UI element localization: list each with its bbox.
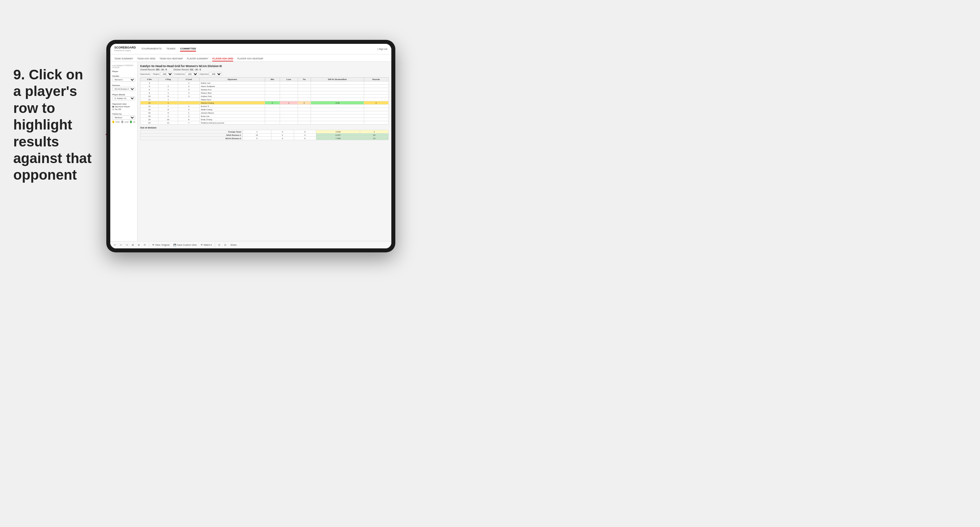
toolbar-share[interactable]: Share	[229, 243, 237, 246]
table-cell: 1	[159, 98, 178, 101]
subnav-team-h2h-grid[interactable]: TEAM H2H GRID	[137, 56, 156, 62]
division-select[interactable]: NCAA Division III	[112, 87, 135, 91]
table-cell	[280, 91, 298, 95]
table-row[interactable]: 1063Andrea York	[140, 95, 389, 98]
nav-tournaments[interactable]: TOURNAMENTS	[141, 46, 162, 51]
toolbar-zoom-out[interactable]: ⊡	[217, 243, 221, 247]
toolbar-watch[interactable]: 👁 Watch ▾	[200, 243, 213, 247]
table-cell	[364, 118, 388, 121]
out-num-cell: 0	[271, 133, 294, 137]
toolbar-undo2[interactable]: ↩	[119, 243, 123, 247]
table-cell	[280, 111, 298, 114]
table-cell: 3	[178, 88, 200, 91]
last-updated: Last Updated: 27/03/2024 16:55:28	[112, 64, 135, 68]
opponent-filter-group: Opponent (All)	[200, 72, 222, 76]
toolbar-undo[interactable]: ↩	[113, 243, 117, 247]
colour-by-select[interactable]: Win/loss	[112, 116, 135, 119]
radio-dot-selected	[112, 106, 114, 108]
region-select[interactable]: (All)	[160, 72, 173, 76]
nav-committee[interactable]: COMMITTEE	[180, 46, 196, 51]
table-row[interactable]: 131Jessica Huang010-3.002	[140, 101, 389, 105]
radio-opponents-played[interactable]: Opponents Played	[112, 106, 135, 108]
table-cell	[310, 91, 364, 95]
table-row[interactable]: 522Alexis Sudjianto	[140, 85, 389, 88]
table-cell	[364, 95, 388, 98]
conference-select[interactable]: (All)	[185, 72, 198, 76]
table-cell	[310, 121, 364, 125]
out-table-row: NAIA Division 115009.26730	[140, 133, 389, 137]
table-row[interactable]: 914Sharon Mun	[140, 91, 389, 95]
table-cell	[364, 111, 388, 114]
table-row[interactable]: 131Haejo Hyun	[140, 98, 389, 101]
subnav-player-h2h-grid[interactable]: PLAYER H2H GRID	[212, 56, 233, 62]
nav-teams[interactable]: TEAMS	[166, 46, 176, 51]
table-row[interactable]: 1822Euna Lee	[140, 114, 389, 118]
subnav-team-h2h-heatmap[interactable]: TEAM H2H HEATMAP	[159, 56, 183, 62]
sidebar-gender-label: Gender	[112, 75, 135, 77]
table-cell	[280, 88, 298, 91]
toolbar-zoom-in[interactable]: ⊡	[223, 243, 227, 247]
table-cell: 13	[140, 101, 159, 105]
sidebar-division-label: Division	[112, 84, 135, 86]
toolbar-add[interactable]: ⊕	[137, 243, 141, 247]
main-content: Last Updated: 27/03/2024 16:55:28 Player…	[110, 62, 391, 248]
subnav-player-h2h-heatmap[interactable]: PLAYER H2H HEATMAP	[237, 56, 263, 62]
toolbar-view-original[interactable]: 👁 View: Original	[151, 243, 170, 246]
table-row[interactable]: 31Esther Lee	[140, 81, 389, 85]
table-cell	[298, 88, 310, 91]
table-cell	[310, 98, 364, 101]
right-content: Katelyn Vo Head-to-Head Grid for Women's…	[138, 62, 391, 248]
out-num-cell: 0	[271, 137, 294, 140]
out-rounds-cell: 10	[360, 137, 388, 140]
nav-bar: SCOREBOARD Powered by clippd TOURNAMENTS…	[110, 44, 391, 54]
table-cell: 6	[140, 88, 159, 91]
out-label-cell: NAIA Division 1	[140, 133, 243, 137]
toolbar-save-custom-view[interactable]: 💾 Save Custom View	[172, 243, 198, 247]
table-row[interactable]: 1585Stella Chang	[140, 108, 389, 111]
grid-title: Katelyn Vo Head-to-Head Grid for Women's…	[140, 64, 389, 68]
table-cell	[298, 95, 310, 98]
sign-out-button[interactable]: | Sign out	[378, 48, 387, 50]
table-cell	[298, 111, 310, 114]
toolbar-grid[interactable]: ⊞	[131, 243, 135, 247]
table-cell	[298, 85, 310, 88]
radio-top100[interactable]: Top 100	[112, 108, 135, 110]
logo: SCOREBOARD Powered by clippd	[114, 46, 136, 51]
subnav-team-summary[interactable]: TEAM SUMMARY	[114, 56, 133, 62]
tablet-screen: SCOREBOARD Powered by clippd TOURNAMENTS…	[110, 44, 391, 248]
table-cell: 2	[178, 85, 200, 88]
toolbar-refresh[interactable]: ⟳	[143, 243, 147, 247]
table-cell: Jessica Huang	[200, 101, 265, 105]
toolbar-redo[interactable]: ↪	[125, 243, 129, 247]
table-row[interactable]: 20117Federica Domecq Lacroze	[140, 121, 389, 125]
table-row[interactable]: 1474Eunice Yi	[140, 105, 389, 108]
table-cell: 4	[178, 91, 200, 95]
table-row[interactable]: 19106Emily Chang	[140, 118, 389, 121]
table-cell	[364, 91, 388, 95]
table-cell	[310, 81, 364, 85]
table-cell	[280, 85, 298, 88]
sidebar-player-rank-label: Player (Rank)	[112, 94, 135, 96]
table-row[interactable]: 613Sydney Kuo	[140, 88, 389, 91]
annotation-text: 9. Click on a player's row to highlight …	[13, 67, 93, 184]
overall-record-label: Overall Record: 353 - 34 - 6	[140, 68, 167, 71]
table-cell	[265, 95, 280, 98]
table-cell: 7	[178, 121, 200, 125]
table-cell: Jessica Mason	[200, 111, 265, 114]
table-cell: 5	[178, 108, 200, 111]
radio-group: Opponents Played Top 100	[112, 106, 135, 110]
player-rank-select[interactable]: 8. Katelyn Vo	[112, 96, 135, 100]
sidebar: Last Updated: 27/03/2024 16:55:28 Player…	[110, 62, 138, 248]
legend-dot-up	[130, 121, 132, 123]
table-cell	[280, 81, 298, 85]
table-cell: 1	[159, 91, 178, 95]
table-row[interactable]: 1691Jessica Mason	[140, 111, 389, 114]
opponent-select[interactable]: (All)	[209, 72, 222, 76]
table-cell: 1	[159, 88, 178, 91]
toolbar-divider2	[215, 243, 215, 247]
subnav-player-summary[interactable]: PLAYER SUMMARY	[187, 56, 208, 62]
grid-table: # Div # Reg # Conf Opponent Win Loss Tie…	[140, 77, 389, 125]
out-num-cell: 15	[242, 133, 271, 137]
gender-select[interactable]: Women's	[112, 78, 135, 82]
table-cell: Stella Chang	[200, 108, 265, 111]
